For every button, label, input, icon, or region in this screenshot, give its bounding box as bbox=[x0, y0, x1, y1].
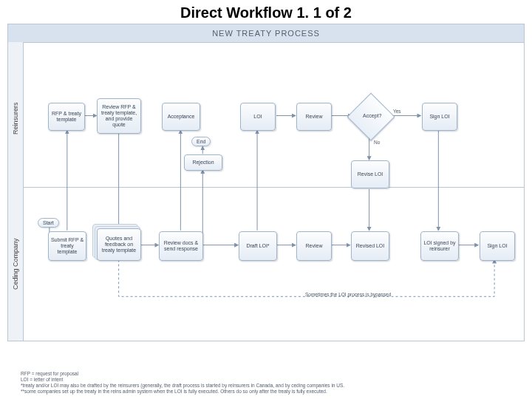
box-sign-loi-r: Sign LOI bbox=[422, 103, 457, 131]
box-sign-loi-c: Sign LOI bbox=[480, 231, 515, 261]
box-review-r: Review bbox=[296, 103, 332, 131]
footnote-2: LOI = letter of intent bbox=[21, 377, 517, 383]
box-loi: LOI bbox=[240, 103, 276, 131]
canvas: RFP & treaty template Review RFP & treat… bbox=[23, 42, 524, 341]
page-title: Direct Workflow 1. 1 of 2 bbox=[0, 0, 532, 24]
box-quotes-stack: Quotes and feedback on treaty template bbox=[97, 228, 141, 261]
terminator-end: End bbox=[191, 137, 211, 146]
box-review-rfp: Review RFP & treaty template, and provid… bbox=[97, 98, 141, 134]
footnote-3: *treaty and/or LOI may also be drafted b… bbox=[21, 383, 517, 389]
footnote-1: RFP = request for proposal bbox=[21, 371, 517, 377]
lane-label-reinsurers: Reinsurers bbox=[12, 105, 19, 134]
edge-label-yes: Yes bbox=[392, 109, 402, 114]
box-review-docs: Review docs & send response bbox=[159, 231, 203, 261]
footnotes: RFP = request for proposal LOI = letter … bbox=[21, 371, 517, 395]
footnote-4: **some companies set up the treaty in th… bbox=[21, 389, 517, 395]
box-acceptance: Acceptance bbox=[162, 103, 200, 131]
box-submit: Submit RFP & treaty template bbox=[48, 231, 86, 261]
diagram-header: NEW TREATY PROCESS bbox=[8, 24, 524, 43]
box-quotes: Quotes and feedback on treaty template bbox=[97, 228, 141, 261]
lane-label-ceding: Ceding Company bbox=[12, 245, 19, 290]
box-signed-by-reins: LOI signed by reinsurer bbox=[420, 231, 459, 261]
terminator-start: Start bbox=[38, 218, 59, 228]
edge-label-no: No bbox=[373, 140, 381, 145]
box-rfp: RFP & treaty template bbox=[48, 103, 85, 131]
box-review-c: Review bbox=[296, 231, 332, 261]
note-bypass: Sometimes the LOI process is bypassed bbox=[305, 292, 391, 297]
lane-label-column: Reinsurers Ceding Company bbox=[8, 42, 24, 341]
box-revise-loi: Revise LOI bbox=[351, 160, 389, 188]
box-draft-loi: Draft LOI* bbox=[239, 231, 277, 261]
box-rejection: Rejection bbox=[184, 154, 222, 171]
diagram-frame: NEW TREATY PROCESS Reinsurers Ceding Com… bbox=[7, 24, 525, 341]
decision-accept: Accept? bbox=[347, 92, 395, 140]
box-revised: Revised LOI bbox=[351, 231, 389, 261]
arrows-layer bbox=[23, 42, 524, 341]
